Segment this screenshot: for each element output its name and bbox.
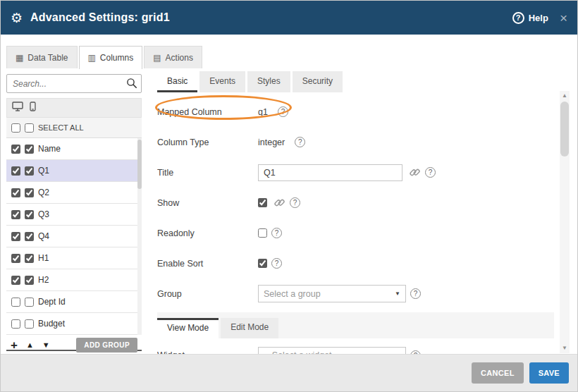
column-label: Budget [38, 319, 65, 329]
title-label: Title [157, 168, 258, 178]
column-detail-panel: Basic Events Styles Security Mapped Colu… [157, 71, 554, 355]
columns-icon: ▥ [88, 53, 96, 63]
detail-tabs: Basic Events Styles Security [157, 71, 554, 92]
enable-sort-row: Enable Sort ? [157, 248, 554, 278]
title-row: Title ? [157, 157, 554, 188]
help-icon[interactable]: ? [290, 197, 300, 208]
tab-styles[interactable]: Styles [247, 71, 290, 92]
group-label: Group [157, 289, 258, 299]
select-all-label: SELECT ALL [38, 123, 84, 132]
select-all-mobile-checkbox[interactable] [25, 123, 34, 133]
desktop-checkbox[interactable] [11, 319, 20, 329]
desktop-checkbox[interactable] [11, 210, 20, 219]
cancel-button[interactable]: CANCEL [472, 362, 524, 384]
column-label: Q4 [38, 231, 49, 241]
help-link[interactable]: Help [529, 13, 548, 23]
tab-actions[interactable]: ▤ Actions [144, 46, 202, 68]
mobile-checkbox[interactable] [25, 232, 34, 241]
link-binding-icon[interactable] [273, 197, 285, 209]
enable-sort-checkbox[interactable] [258, 259, 267, 268]
tab-label: Columns [100, 53, 133, 63]
desktop-checkbox[interactable] [11, 145, 20, 154]
help-icon[interactable]: ? [425, 167, 436, 178]
basic-fields: Mapped Column q1 ? Column Type integer ?… [157, 92, 554, 355]
desktop-checkbox[interactable] [11, 254, 20, 263]
mobile-checkbox[interactable] [25, 145, 34, 154]
list-scrollbar[interactable] [137, 138, 142, 335]
list-item[interactable]: Dept Id [6, 291, 142, 313]
column-label: Q2 [38, 188, 49, 197]
save-button[interactable]: SAVE [529, 362, 569, 384]
group-row: Group Select a group ▼ ? [157, 278, 554, 309]
column-label: H2 [38, 275, 49, 285]
tab-basic[interactable]: Basic [157, 71, 197, 92]
columns-sidebar: SELECT ALL NameQ1Q2Q3Q4H1H2Dept IdBudget… [6, 74, 142, 351]
tab-edit-mode[interactable]: Edit Mode [221, 318, 278, 338]
tab-events[interactable]: Events [199, 71, 245, 92]
dialog-title: Advanced Settings: grid1 [30, 11, 170, 24]
add-column-button[interactable]: + [11, 339, 18, 351]
mobile-checkbox[interactable] [25, 166, 34, 176]
list-item[interactable]: Q3 [6, 204, 142, 226]
mobile-checkbox[interactable] [25, 298, 34, 307]
detail-scrollbar[interactable]: ▲ ▼ [560, 91, 570, 353]
group-select[interactable]: Select a group ▼ [258, 285, 406, 302]
select-all-desktop-checkbox[interactable] [11, 123, 20, 133]
mobile-checkbox[interactable] [25, 319, 34, 329]
help-icon[interactable]: ? [271, 228, 282, 238]
help-icon[interactable]: ? [295, 137, 305, 147]
list-item[interactable]: H2 [6, 269, 142, 291]
title-input[interactable] [258, 164, 402, 181]
readonly-row: Readonly ? [157, 218, 554, 248]
help-icon[interactable]: ? [271, 258, 282, 269]
mapped-column-label: Mapped Column [157, 107, 258, 117]
mobile-checkbox[interactable] [25, 254, 34, 263]
mobile-checkbox[interactable] [25, 210, 34, 219]
close-icon[interactable]: × [560, 11, 567, 25]
gear-icon: ⚙ [11, 10, 23, 26]
desktop-checkbox[interactable] [11, 188, 20, 197]
mode-tabs: View Mode Edit Mode [157, 312, 554, 338]
list-item[interactable]: Q2 [6, 182, 142, 204]
mobile-checkbox[interactable] [25, 276, 34, 285]
list-item[interactable]: Budget [6, 313, 142, 335]
desktop-checkbox[interactable] [11, 276, 20, 285]
list-item[interactable]: Name [6, 138, 142, 160]
select-all-row[interactable]: SELECT ALL [6, 118, 142, 138]
tab-view-mode[interactable]: View Mode [157, 318, 219, 338]
help-icon[interactable]: ? [410, 288, 421, 299]
add-group-button[interactable]: ADD GROUP [76, 338, 137, 353]
tab-security[interactable]: Security [293, 71, 343, 92]
move-down-button[interactable]: ▼ [42, 341, 50, 349]
main-tabs: ▦ Data Table ▥ Columns ▤ Actions [6, 46, 202, 69]
desktop-checkbox[interactable] [11, 298, 20, 307]
list-item[interactable]: Q4 [6, 226, 142, 247]
list-item[interactable]: H1 [6, 247, 142, 269]
list-item[interactable]: Q1 [6, 160, 142, 182]
link-binding-icon[interactable] [409, 166, 421, 178]
scrollbar-thumb[interactable] [560, 102, 569, 157]
tab-data-table[interactable]: ▦ Data Table [6, 46, 78, 68]
scroll-down-icon[interactable]: ▼ [560, 343, 570, 353]
column-label: Name [38, 144, 61, 154]
search-input[interactable] [6, 74, 142, 93]
help-icon[interactable]: ? [512, 12, 524, 24]
scroll-up-icon[interactable]: ▲ [560, 91, 570, 101]
group-select-value: Select a group [264, 289, 321, 299]
desktop-icon [12, 102, 23, 114]
dialog-header: ⚙ Advanced Settings: grid1 ? Help × [1, 1, 577, 35]
show-label: Show [157, 198, 258, 208]
mobile-checkbox[interactable] [25, 188, 34, 197]
help-icon[interactable]: ? [278, 106, 288, 117]
move-up-button[interactable]: ▲ [26, 341, 34, 349]
search-icon[interactable] [125, 77, 138, 92]
tab-columns[interactable]: ▥ Columns [79, 46, 143, 69]
header-right: ? Help × [512, 11, 567, 25]
desktop-checkbox[interactable] [11, 166, 20, 176]
show-checkbox[interactable] [258, 198, 267, 207]
readonly-checkbox[interactable] [258, 228, 267, 238]
desktop-checkbox[interactable] [11, 232, 20, 241]
column-type-label: Column Type [157, 137, 258, 147]
actions-icon: ▤ [153, 53, 161, 63]
list-scrollbar-thumb[interactable] [137, 140, 142, 189]
